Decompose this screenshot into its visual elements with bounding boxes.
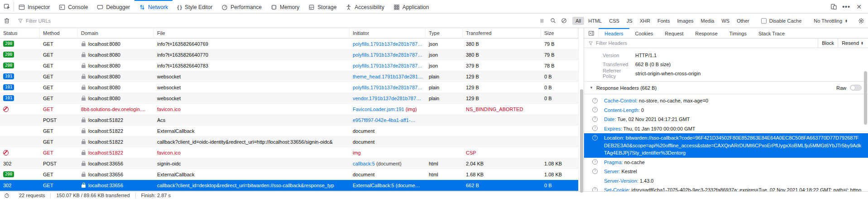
response-headers-section-header[interactable]: ▼ Response Headers (662 B) Raw [584, 82, 868, 94]
filter-all[interactable]: All [572, 17, 584, 25]
column-header-domain[interactable]: Domain [78, 28, 154, 38]
response-header-row[interactable]: ?Expires: Thu, 01 Jan 1970 00:00:00 GMT [584, 124, 868, 134]
initiator-link[interactable]: e957f897-042e-4ba1-aff1-… [353, 117, 416, 123]
table-row[interactable]: GET 8bit-solutions-dev.onelogin.... favi… [0, 104, 578, 115]
header-help-icon[interactable]: ? [592, 159, 598, 165]
responsive-design-button[interactable] [828, 3, 839, 10]
table-row[interactable]: 101 GET localhost:8080 websocket vendor.… [0, 93, 578, 104]
tab-inspector[interactable]: Inspector [14, 0, 54, 13]
tab-timings[interactable]: Timings [724, 28, 753, 38]
response-header-row[interactable]: ?Server: Kestrel [584, 167, 868, 176]
request-list-scrollbar[interactable] [578, 28, 584, 191]
header-help-icon[interactable]: ? [592, 187, 598, 192]
filter-urls-input[interactable]: Filter URLs [14, 18, 51, 24]
initiator-link[interactable]: vendor.1791b137de281b787… [353, 96, 421, 101]
column-header-status[interactable]: Status [0, 28, 40, 38]
disable-cache-checkbox[interactable] [761, 18, 767, 24]
tab-response[interactable]: Response [689, 28, 724, 38]
table-row[interactable]: 200 GET localhost:8080 info?t=1635826640… [0, 39, 578, 49]
table-row[interactable]: GET localhost:51822 favicon.ico img CSP [0, 147, 578, 158]
table-row[interactable]: 200 GET localhost:8080 info?t=1635826640… [0, 49, 578, 60]
response-header-row[interactable]: ?Set-Cookie: idsrv=adf6cba1-7075-402b-9e… [584, 185, 868, 191]
resend-button[interactable]: Resend ▲▼ [838, 39, 868, 48]
tab-debugger[interactable]: Debugger [92, 0, 134, 13]
header-help-icon[interactable]: ? [592, 126, 598, 131]
pause-recording-button[interactable] [537, 18, 547, 24]
table-row[interactable]: GET localhost:51822 ExternalCallback doc… [0, 126, 578, 136]
filter-js[interactable]: JS [623, 17, 636, 25]
table-row[interactable]: 302 GET localhost:33656 callback?client_… [0, 180, 578, 191]
filter-fonts[interactable]: Fonts [654, 17, 673, 25]
header-help-icon[interactable]: ? [592, 98, 598, 103]
filter-headers-input[interactable]: Filter Headers [584, 40, 818, 46]
header-help-icon[interactable]: ? [592, 107, 598, 112]
tab-storage[interactable]: Storage [304, 0, 341, 13]
initiator-link[interactable]: FaviconLoader.jsm:191 [353, 107, 404, 112]
tab-stack-trace[interactable]: Stack Trace [753, 28, 791, 38]
throttling-select[interactable]: No Throttling ▲▼ [807, 18, 854, 24]
column-header-transferred[interactable]: Transferred [463, 28, 541, 38]
table-row[interactable]: 200 GET localhost:33656 ExternalCallback… [0, 169, 578, 180]
initiator-link[interactable]: polyfills.1791b137de281b787… [353, 63, 422, 68]
response-header-row[interactable]: ?Date: Tue, 02 Nov 2021 04:17:21 GMT [584, 115, 868, 124]
table-row[interactable]: 302 POST localhost:33656 signin-oidc cal… [0, 158, 578, 169]
filter-xhr[interactable]: XHR [637, 17, 653, 25]
tab-cookies[interactable]: Cookies [629, 28, 659, 38]
table-row[interactable]: 200 GET localhost:8080 info?t=1635826640… [0, 60, 578, 71]
tab-network[interactable]: Network [134, 0, 173, 13]
block-button[interactable]: Block [818, 39, 838, 48]
column-header-method[interactable]: Method [40, 28, 78, 38]
network-settings-button[interactable] [854, 18, 868, 24]
filter-media[interactable]: Media [698, 17, 718, 25]
initiator-link[interactable]: theme_head.1791b137de281… [353, 74, 423, 79]
block-requests-button[interactable] [558, 18, 569, 24]
header-help-icon[interactable]: ? [592, 116, 598, 122]
tab-memory[interactable]: Memory [266, 0, 304, 13]
tab-accessibility[interactable]: Accessibility [341, 0, 388, 13]
response-header-row[interactable]: Server-Version: 1.43.0 [584, 176, 868, 186]
table-row[interactable]: 101 GET localhost:8080 websocket polyfil… [0, 82, 578, 93]
filter-html[interactable]: HTML [585, 17, 605, 25]
close-devtools-button[interactable]: ✕ [854, 3, 864, 10]
details-scrollbar-thumb[interactable] [864, 71, 867, 125]
tab-request[interactable]: Request [659, 28, 689, 38]
table-row[interactable]: 101 GET localhost:8080 websocket theme_h… [0, 71, 578, 82]
pick-element-button[interactable] [0, 0, 14, 13]
split-console-toggle-button[interactable] [584, 28, 599, 38]
tab-console[interactable]: Console [54, 0, 92, 13]
initiator-link[interactable]: polyfills.1791b137de281b787… [353, 52, 422, 58]
response-header-row[interactable]: ?Location: bitwarden://sso-callback?code… [584, 133, 868, 158]
domain-text: localhost:33656 [88, 183, 123, 188]
table-row[interactable]: POST localhost:51822 Acs e957f897-042e-4… [0, 115, 578, 126]
filter-images[interactable]: Images [674, 17, 696, 25]
header-help-icon[interactable]: ? [592, 135, 598, 141]
initiator-link[interactable]: polyfills.1791b137de281b787… [353, 41, 422, 47]
filter-ws[interactable]: WS [718, 17, 733, 25]
initiator-link[interactable]: callback:5 [353, 161, 375, 166]
filter-other[interactable]: Other [734, 17, 753, 25]
devtools-menu-button[interactable]: ••• [841, 3, 852, 10]
initiator-link[interactable]: ExternalCallback:5 [353, 183, 394, 188]
column-header-type[interactable]: Type [426, 28, 463, 38]
column-header-file[interactable]: File [154, 28, 350, 38]
response-header-row[interactable]: ?Content-Length: 0 [584, 106, 868, 115]
column-header-size[interactable]: Size [541, 28, 578, 38]
search-button[interactable] [547, 18, 558, 24]
clear-requests-button[interactable] [0, 17, 14, 24]
column-header-initiator[interactable]: Initiator [350, 28, 426, 38]
response-header-row[interactable]: ?Pragma: no-cache [584, 158, 868, 167]
disable-cache-control[interactable]: Disable Cache [756, 18, 807, 24]
tab-application[interactable]: Application [389, 0, 434, 13]
tab-headers[interactable]: Headers [599, 28, 629, 38]
header-help-icon[interactable]: ? [592, 169, 598, 174]
response-header-row[interactable]: ?Cache-Control: no-store, no-cache, max-… [584, 96, 868, 106]
table-row[interactable]: GET localhost:51822 callback?client_id=o… [0, 136, 578, 147]
scrollbar-thumb[interactable] [580, 89, 583, 193]
tab-performance[interactable]: Performance [217, 0, 266, 13]
initiator-link[interactable]: polyfills.1791b137de281b787… [353, 85, 422, 90]
raw-toggle-control[interactable]: Raw [836, 85, 862, 91]
performance-analysis-button[interactable] [0, 193, 14, 198]
tab-style-editor[interactable]: { } Style Editor [173, 0, 217, 13]
filter-css[interactable]: CSS [606, 17, 623, 25]
raw-toggle[interactable] [850, 85, 862, 91]
